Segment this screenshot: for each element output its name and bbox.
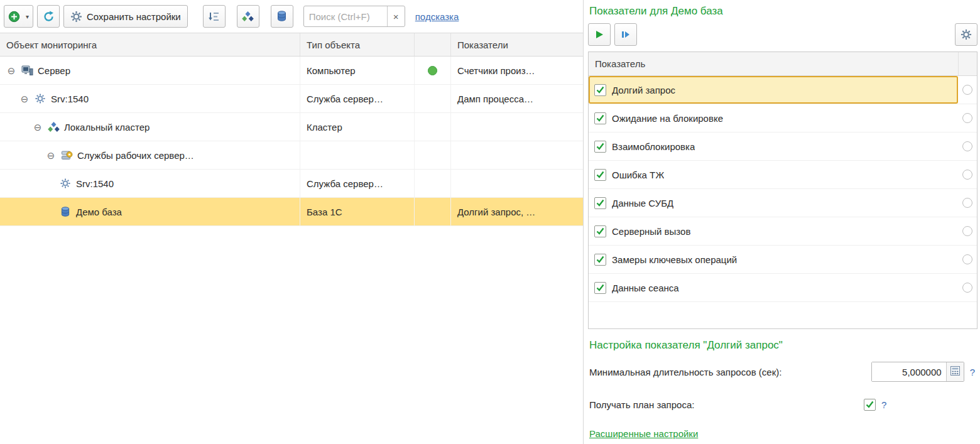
min-duration-input[interactable] bbox=[872, 362, 946, 381]
gear-icon bbox=[70, 11, 82, 23]
indicator-row[interactable]: Взаимоблокировка bbox=[589, 133, 977, 161]
min-duration-field bbox=[871, 362, 964, 382]
indicator-checkbox[interactable] bbox=[594, 254, 606, 266]
tree-row[interactable]: Srv:1540Служба сервер… bbox=[0, 170, 583, 198]
indicator-radio[interactable] bbox=[962, 198, 972, 208]
panel-settings-button[interactable] bbox=[955, 23, 977, 46]
tree-cell-type: Служба сервер… bbox=[300, 170, 415, 197]
indicator-radio[interactable] bbox=[962, 283, 972, 293]
indicator-row-main: Замеры ключевых операций bbox=[589, 246, 958, 273]
tree-cell-status bbox=[415, 57, 451, 84]
server-icon bbox=[21, 65, 33, 76]
indicator-row[interactable]: Долгий запрос bbox=[589, 76, 977, 104]
tree-cell-name: Srv:1540 bbox=[0, 170, 300, 197]
indicator-checkbox[interactable] bbox=[594, 84, 606, 96]
tree-item-label: Srv:1540 bbox=[51, 94, 89, 104]
indicators-table: Показатель Долгий запросОжидание на блок… bbox=[588, 51, 977, 329]
indicator-rows: Долгий запросОжидание на блокировкеВзаим… bbox=[589, 76, 977, 302]
indicator-radio-cell bbox=[958, 283, 977, 293]
indicator-row[interactable]: Данные СУБД bbox=[589, 189, 977, 217]
indicator-row[interactable]: Ожидание на блокировке bbox=[589, 104, 977, 133]
collapse-icon[interactable]: ⊖ bbox=[19, 94, 30, 104]
indicator-checkbox[interactable] bbox=[594, 225, 606, 237]
indicator-checkbox[interactable] bbox=[594, 141, 606, 153]
column-header-status bbox=[415, 33, 451, 56]
indicator-row[interactable]: Ошибка ТЖ bbox=[589, 161, 977, 189]
tree-row[interactable]: Демо базаБаза 1СДолгий запрос, … bbox=[0, 198, 583, 226]
indicator-label: Данные сеанса bbox=[612, 283, 679, 293]
sort-order-button[interactable] bbox=[203, 5, 226, 28]
tree-cell-indicators bbox=[451, 113, 583, 141]
indicator-radio[interactable] bbox=[962, 254, 972, 264]
column-header-indicator: Показатель bbox=[589, 52, 958, 75]
indicator-row-main: Долгий запрос bbox=[589, 76, 958, 104]
sort-order-icon bbox=[208, 11, 220, 23]
play-icon bbox=[594, 30, 604, 40]
cluster-icon bbox=[242, 11, 254, 22]
tree-cell-name: ⊖Srv:1540 bbox=[0, 85, 300, 112]
tree-cell-status bbox=[415, 113, 451, 141]
calculator-button[interactable] bbox=[946, 362, 964, 381]
indicator-row[interactable]: Данные сеанса bbox=[589, 274, 977, 302]
indicator-radio[interactable] bbox=[962, 226, 972, 236]
indicator-checkbox[interactable] bbox=[594, 197, 606, 209]
min-duration-help-link[interactable]: ? bbox=[970, 367, 975, 377]
indicator-row-main: Серверный вызов bbox=[589, 217, 958, 245]
indicator-row[interactable]: Замеры ключевых операций bbox=[589, 246, 977, 274]
indicator-checkbox[interactable] bbox=[594, 112, 606, 124]
tree-cell-type bbox=[300, 141, 415, 169]
tree-row[interactable]: ⊖СерверКомпьютерСчетчики произ… bbox=[0, 57, 583, 85]
refresh-button[interactable] bbox=[37, 5, 60, 28]
indicator-radio[interactable] bbox=[962, 113, 972, 123]
indicator-radio[interactable] bbox=[962, 141, 972, 151]
indicator-radio-cell bbox=[958, 226, 977, 236]
tree-row[interactable]: ⊖Локальный кластерКластер bbox=[0, 113, 583, 141]
indicator-label: Замеры ключевых операций bbox=[612, 254, 737, 265]
add-button[interactable]: ▾ bbox=[4, 5, 33, 28]
service-icon bbox=[59, 178, 72, 189]
chevron-down-icon: ▾ bbox=[26, 13, 29, 20]
indicator-row-main: Взаимоблокировка bbox=[589, 133, 958, 160]
tree-item-label: Сервер bbox=[38, 65, 70, 76]
run-button[interactable] bbox=[588, 23, 611, 46]
indicator-label: Ошибка ТЖ bbox=[612, 170, 664, 180]
step-button[interactable] bbox=[614, 23, 637, 46]
plan-help-link[interactable]: ? bbox=[881, 399, 886, 410]
search-input[interactable] bbox=[304, 7, 387, 26]
cluster-button[interactable] bbox=[237, 5, 259, 28]
indicator-radio[interactable] bbox=[962, 85, 972, 95]
plan-checkbox[interactable] bbox=[864, 399, 876, 411]
tree-item-label: Srv:1540 bbox=[76, 178, 114, 189]
plan-label: Получать план запроса: bbox=[589, 399, 864, 410]
database-icon bbox=[59, 207, 72, 217]
indicator-row[interactable]: Серверный вызов bbox=[589, 217, 977, 246]
calculator-icon bbox=[950, 366, 960, 377]
indicator-radio-cell bbox=[958, 170, 977, 180]
save-settings-button[interactable]: Сохранить настройки bbox=[63, 5, 188, 28]
indicator-checkbox[interactable] bbox=[594, 282, 606, 294]
tree-cell-indicators bbox=[451, 141, 583, 169]
hint-link[interactable]: подсказка bbox=[415, 11, 459, 22]
collapse-icon[interactable]: ⊖ bbox=[6, 66, 16, 75]
tree-header: Объект мониторинга Тип объекта Показател… bbox=[0, 33, 583, 57]
tree-cell-indicators: Долгий запрос, … bbox=[451, 198, 583, 225]
tree-cell-name: ⊖Сервер bbox=[0, 57, 300, 84]
service-icon bbox=[34, 93, 46, 104]
database-button[interactable] bbox=[271, 5, 293, 28]
collapse-icon[interactable]: ⊖ bbox=[33, 122, 43, 132]
tree-row[interactable]: ⊖Службы рабочих сервер… bbox=[0, 141, 583, 170]
indicator-radio[interactable] bbox=[962, 170, 972, 180]
advanced-settings-link[interactable]: Расширенные настройки bbox=[589, 428, 698, 439]
tree-cell-indicators bbox=[451, 170, 583, 197]
indicator-checkbox[interactable] bbox=[594, 169, 606, 181]
indicator-row-main: Данные СУБД bbox=[589, 189, 958, 217]
indicator-radio-cell bbox=[958, 113, 977, 123]
status-green-icon bbox=[428, 66, 437, 75]
left-toolbar: ▾ Сохранить настройки bbox=[0, 0, 583, 33]
tree-row[interactable]: ⊖Srv:1540Служба сервер…Дамп процесса… bbox=[0, 85, 583, 113]
tree-cell-type: База 1С bbox=[300, 198, 415, 225]
search-clear-button[interactable]: × bbox=[387, 6, 405, 26]
tree-cell-type: Служба сервер… bbox=[300, 85, 415, 112]
tree-cell-status bbox=[415, 198, 451, 225]
collapse-icon[interactable]: ⊖ bbox=[46, 151, 56, 160]
